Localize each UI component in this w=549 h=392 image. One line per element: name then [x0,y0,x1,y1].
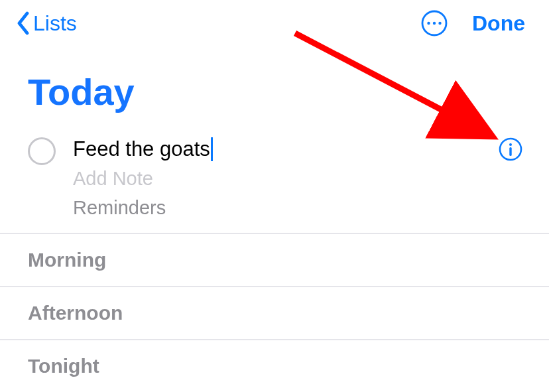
page-title: Today [0,44,549,133]
back-button[interactable]: Lists [16,11,77,36]
more-icon[interactable] [420,9,448,37]
done-button[interactable]: Done [472,11,525,36]
section-header: Morning [28,249,521,271]
chevron-left-icon [16,11,30,35]
section-afternoon[interactable]: Afternoon [0,286,549,339]
reminder-note-input[interactable]: Add Note [73,166,522,192]
info-icon[interactable] [499,137,522,161]
header-right: Done [420,9,525,37]
reminder-list-name: Reminders [73,196,522,221]
section-morning[interactable]: Morning [0,233,549,286]
section-tonight[interactable]: Tonight [0,339,549,392]
header-bar: Lists Done [0,0,549,44]
section-header: Tonight [28,355,521,377]
svg-rect-6 [509,147,511,156]
reminder-content: Feed the goats Add Note Reminders [73,136,522,221]
svg-point-5 [509,143,512,146]
reminder-title-input[interactable]: Feed the goats [73,136,213,163]
back-label: Lists [33,11,77,36]
reminder-checkbox[interactable] [28,137,56,165]
text-cursor [211,137,213,161]
reminder-title-text: Feed the goats [73,137,210,161]
section-header: Afternoon [28,302,521,324]
reminder-title-row: Feed the goats [73,136,522,163]
svg-point-3 [438,22,441,25]
reminder-item: Feed the goats Add Note Reminders [0,133,549,233]
svg-point-1 [427,22,430,25]
svg-point-2 [433,22,436,25]
